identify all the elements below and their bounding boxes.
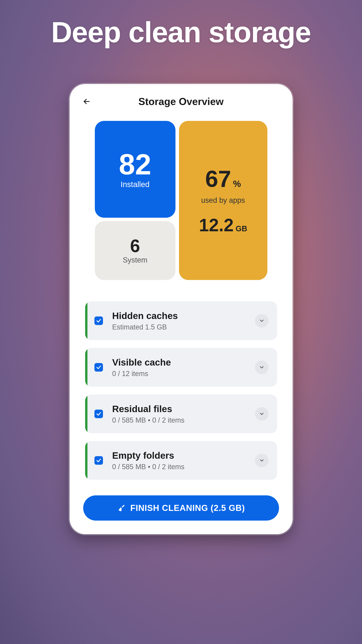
- item-title: Residual files: [112, 404, 255, 414]
- marketing-headline: Deep clean storage: [51, 16, 311, 49]
- broom-icon: [117, 504, 126, 512]
- chevron-down-icon: [259, 458, 265, 463]
- screen-title: Storage Overview: [81, 96, 281, 107]
- list-item-empty-folders[interactable]: Empty folders 0 / 585 MB • 0 / 2 items: [85, 441, 277, 480]
- system-count: 6: [130, 237, 140, 255]
- check-icon: [96, 458, 101, 463]
- usage-size-unit: GB: [236, 224, 247, 233]
- checkbox-visible-cache[interactable]: [94, 363, 103, 372]
- chevron-down-icon: [259, 364, 265, 370]
- checkbox-empty-folders[interactable]: [94, 456, 103, 465]
- checkbox-residual-files[interactable]: [94, 410, 103, 418]
- list-item-hidden-caches[interactable]: Hidden caches Estimated 1.5 GB: [85, 301, 277, 340]
- check-icon: [96, 318, 101, 324]
- check-icon: [96, 411, 101, 416]
- expand-button[interactable]: [255, 360, 269, 374]
- list-item-visible-cache[interactable]: Visible cache 0 / 12 items: [85, 348, 277, 387]
- item-title: Empty folders: [112, 450, 255, 461]
- installed-label: Installed: [121, 180, 149, 189]
- item-subtitle: 0 / 585 MB • 0 / 2 items: [112, 463, 255, 471]
- stats-tiles: 82 Installed 6 System 67 % used by apps …: [95, 121, 267, 280]
- expand-button[interactable]: [255, 314, 269, 328]
- chevron-down-icon: [259, 411, 265, 417]
- item-subtitle: 0 / 12 items: [112, 370, 255, 378]
- tile-usage[interactable]: 67 % used by apps 12.2 GB: [179, 121, 267, 280]
- percent-symbol: %: [233, 178, 241, 189]
- usage-percent: 67: [205, 167, 231, 190]
- chevron-down-icon: [259, 318, 265, 324]
- tile-installed[interactable]: 82 Installed: [95, 121, 175, 218]
- clean-list: Hidden caches Estimated 1.5 GB Visible c…: [85, 301, 277, 480]
- usage-size: 12.2: [199, 216, 234, 234]
- item-subtitle: 0 / 585 MB • 0 / 2 items: [112, 416, 255, 424]
- finish-cleaning-button[interactable]: FINISH CLEANING (2.5 GB): [83, 495, 279, 520]
- check-icon: [96, 364, 101, 370]
- phone-frame: Storage Overview 82 Installed 6 System 6…: [70, 84, 293, 534]
- checkbox-hidden-caches[interactable]: [94, 316, 103, 325]
- system-label: System: [123, 256, 147, 264]
- top-bar: Storage Overview: [79, 96, 283, 107]
- tile-system[interactable]: 6 System: [95, 221, 175, 280]
- cta-label: FINISH CLEANING (2.5 GB): [130, 503, 245, 513]
- item-subtitle: Estimated 1.5 GB: [112, 323, 255, 331]
- item-title: Visible cache: [112, 357, 255, 368]
- expand-button[interactable]: [255, 407, 269, 421]
- usage-label: used by apps: [201, 196, 245, 204]
- installed-count: 82: [119, 150, 151, 179]
- item-title: Hidden caches: [112, 310, 255, 321]
- list-item-residual-files[interactable]: Residual files 0 / 585 MB • 0 / 2 items: [85, 394, 277, 433]
- expand-button[interactable]: [255, 454, 269, 467]
